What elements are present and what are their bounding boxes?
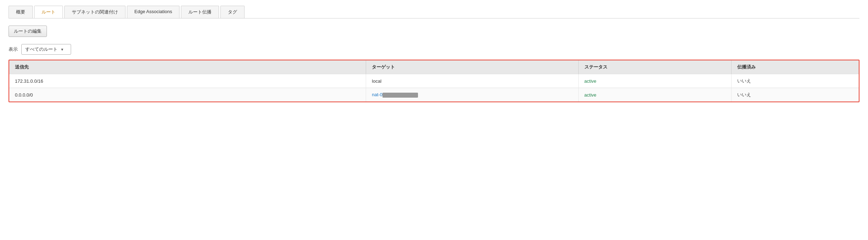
filter-label: 表示 xyxy=(9,46,18,53)
status-active-badge: active xyxy=(584,78,596,84)
col-header-target: ターゲット xyxy=(366,60,579,74)
filter-select[interactable]: すべてのルート ▼ xyxy=(21,44,71,55)
edit-routes-button[interactable]: ルートの編集 xyxy=(9,26,47,37)
filter-selected-option: すべてのルート xyxy=(25,46,58,53)
tab-overview[interactable]: 概要 xyxy=(9,6,33,18)
filter-row: 表示 すべてのルート ▼ xyxy=(9,44,859,55)
propagated-cell: いいえ xyxy=(731,88,859,102)
tab-tags[interactable]: タグ xyxy=(220,6,245,18)
propagated-cell: いいえ xyxy=(731,74,859,88)
col-header-status: ステータス xyxy=(578,60,731,74)
dest-cell: 172.31.0.0/16 xyxy=(9,74,366,88)
col-header-propagated: 伝播済み xyxy=(731,60,859,74)
status-active-badge: active xyxy=(584,92,596,98)
target-cell: local xyxy=(366,74,579,88)
chevron-down-icon: ▼ xyxy=(60,48,64,51)
tab-routes[interactable]: ルート xyxy=(34,6,63,18)
tab-subnet-assoc[interactable]: サブネットの関連付け xyxy=(64,6,125,18)
table-header-row: 送信先 ターゲット ステータス 伝播済み xyxy=(9,60,859,74)
routes-table-container: 送信先 ターゲット ステータス 伝播済み 172.31.0.0/16 local… xyxy=(9,60,859,102)
redacted-value xyxy=(382,93,418,98)
status-cell: active xyxy=(578,74,731,88)
target-cell: nat-0 xyxy=(366,88,579,102)
status-cell: active xyxy=(578,88,731,102)
nat-link[interactable]: nat-0 xyxy=(372,92,382,97)
col-header-dest: 送信先 xyxy=(9,60,366,74)
tab-edge-assoc[interactable]: Edge Associations xyxy=(127,6,180,18)
table-row: 0.0.0.0/0 nat-0 active いいえ xyxy=(9,88,859,102)
routes-table: 送信先 ターゲット ステータス 伝播済み 172.31.0.0/16 local… xyxy=(9,60,859,102)
tab-route-propagation[interactable]: ルート伝播 xyxy=(181,6,219,18)
dest-cell: 0.0.0.0/0 xyxy=(9,88,366,102)
tab-bar: 概要 ルート サブネットの関連付け Edge Associations ルート伝… xyxy=(9,6,859,18)
table-row: 172.31.0.0/16 local active いいえ xyxy=(9,74,859,88)
